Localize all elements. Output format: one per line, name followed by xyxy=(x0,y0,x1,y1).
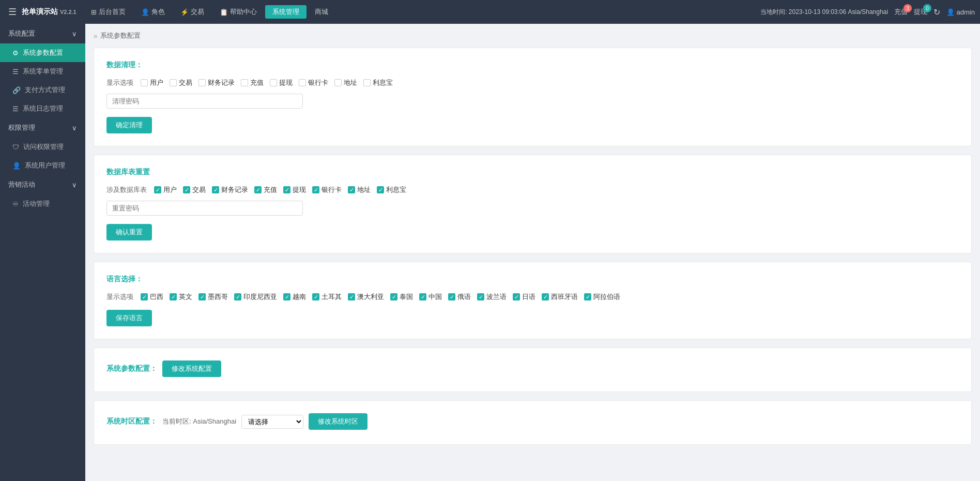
data-clean-password-input[interactable] xyxy=(106,94,303,109)
db-reset-check-address[interactable]: ✓ 地址 xyxy=(348,185,371,194)
data-clean-confirm-btn[interactable]: 确定清理 xyxy=(106,117,152,133)
sidebar-item-access-control[interactable]: 🛡 访问权限管理 xyxy=(0,138,85,156)
data-clean-check-recharge[interactable]: 充值 xyxy=(241,78,264,87)
address-checkbox-empty xyxy=(334,79,342,86)
db-reset-card: 数据库表重置 涉及数据库表 ✓ 用户 ✓ 交易 ✓ 财务记录 ✓ 充值 xyxy=(94,155,972,253)
db-check-label-transaction: 交易 xyxy=(192,185,206,194)
sidebar-item-sys-params[interactable]: ⚙ 系统参数配置 xyxy=(0,43,85,62)
lang-check-thailand[interactable]: ✓ 泰国 xyxy=(390,292,413,302)
lang-check-arabic[interactable]: ✓ 阿拉伯语 xyxy=(584,292,620,302)
sidebar-item-payment[interactable]: 🔗 支付方式管理 xyxy=(0,81,85,99)
lang-label-arabic: 阿拉伯语 xyxy=(593,292,620,302)
data-clean-check-finance[interactable]: 财务记录 xyxy=(198,78,235,87)
lang-check-china[interactable]: ✓ 中国 xyxy=(419,292,442,302)
russia-checkbox: ✓ xyxy=(448,293,455,300)
db-reset-check-withdraw[interactable]: ✓ 提现 xyxy=(283,185,306,194)
data-clean-title: 数据清理： xyxy=(106,61,959,70)
vietnam-checkbox: ✓ xyxy=(283,293,290,300)
lang-check-brazil[interactable]: ✓ 巴西 xyxy=(141,292,163,302)
nav-role[interactable]: 👤 角色 xyxy=(134,5,172,19)
lang-label-thailand: 泰国 xyxy=(400,292,413,302)
nav-help[interactable]: 📋 帮助中心 xyxy=(212,5,264,19)
user-icon: 👤 xyxy=(12,162,21,170)
transaction-checkbox-checked: ✓ xyxy=(183,186,190,193)
nav-transaction[interactable]: ⚡ 交易 xyxy=(173,5,211,19)
language-checkbox-group: ✓ 巴西 ✓ 英文 ✓ 墨西哥 ✓ 印度尼西亚 ✓ 越南 xyxy=(141,292,620,302)
sidebar-section-marketing[interactable]: 营销活动 ∨ xyxy=(0,175,85,194)
sidebar-section-system-config[interactable]: 系统配置 ∨ xyxy=(0,24,85,43)
db-reset-check-interest[interactable]: ✓ 利息宝 xyxy=(377,185,406,194)
data-clean-check-interest[interactable]: 利息宝 xyxy=(363,78,393,87)
lang-check-turkey[interactable]: ✓ 土耳其 xyxy=(312,292,342,302)
shield-icon: 🛡 xyxy=(12,143,19,151)
sidebar-item-label-sys-users: 系统用户管理 xyxy=(25,161,65,170)
sys-timezone-current: 当前时区: Asia/Shanghai xyxy=(162,417,236,426)
chevron-down-icon: ∨ xyxy=(72,30,77,38)
db-reset-check-recharge[interactable]: ✓ 充值 xyxy=(254,185,277,194)
interest-checkbox-checked: ✓ xyxy=(377,186,384,193)
nav-label-role: 角色 xyxy=(151,7,165,17)
sys-timezone-select[interactable]: 请选择 xyxy=(241,415,303,429)
lang-check-japan[interactable]: ✓ 日语 xyxy=(513,292,535,302)
refresh-icon[interactable]: ↻ xyxy=(933,7,940,17)
db-reset-password-input[interactable] xyxy=(106,201,303,216)
nav-system-mgmt[interactable]: 系统管理 xyxy=(265,5,307,19)
withdraw-checkbox-empty xyxy=(270,79,277,86)
sys-params-config-modify-btn[interactable]: 修改系统配置 xyxy=(162,360,221,377)
sidebar-section-label-system-config: 系统配置 xyxy=(8,29,35,38)
data-clean-check-withdraw[interactable]: 提现 xyxy=(270,78,293,87)
sidebar-item-activity[interactable]: ♾ 活动管理 xyxy=(0,194,85,213)
data-clean-check-bankcard[interactable]: 银行卡 xyxy=(299,78,328,87)
sys-timezone-card: 系统时区配置： 当前时区: Asia/Shanghai 请选择 修改系统时区 xyxy=(94,400,972,445)
db-reset-check-bankcard[interactable]: ✓ 银行卡 xyxy=(312,185,342,194)
brand-version: V2.2.1 xyxy=(60,9,76,15)
recharge-btn[interactable]: 充值 3 xyxy=(894,7,908,17)
data-clean-card: 数据清理： 显示选项 用户 交易 财务记录 充值 xyxy=(94,48,972,146)
brand-title: 抢单演示站 xyxy=(22,7,58,16)
arabic-checkbox: ✓ xyxy=(584,293,591,300)
sys-timezone-modify-btn[interactable]: 修改系统时区 xyxy=(309,413,368,430)
withdraw-btn[interactable]: 提现 0 xyxy=(914,7,927,17)
breadcrumb: » 系统参数配置 xyxy=(94,31,972,40)
list-icon: ☰ xyxy=(12,68,19,76)
gear-icon: ⚙ xyxy=(12,49,19,57)
brand-name: 抢单演示站 V2.2.1 xyxy=(22,7,76,17)
lang-check-mexico[interactable]: ✓ 墨西哥 xyxy=(198,292,228,302)
sidebar-section-permission[interactable]: 权限管理 ∨ xyxy=(0,118,85,138)
sidebar-item-sys-users[interactable]: 👤 系统用户管理 xyxy=(0,156,85,175)
sidebar-item-sys-log[interactable]: ☰ 系统日志管理 xyxy=(0,99,85,118)
lang-check-australia[interactable]: ✓ 澳大利亚 xyxy=(348,292,384,302)
sidebar-item-sys-order[interactable]: ☰ 系统零单管理 xyxy=(0,62,85,81)
lang-check-english[interactable]: ✓ 英文 xyxy=(170,292,192,302)
nav-backend-home[interactable]: ⊞ 后台首页 xyxy=(84,5,133,19)
lang-label-english: 英文 xyxy=(179,292,192,302)
lang-check-poland[interactable]: ✓ 波兰语 xyxy=(477,292,507,302)
db-check-label-finance: 财务记录 xyxy=(221,185,248,194)
db-reset-confirm-btn[interactable]: 确认重置 xyxy=(106,224,152,240)
withdraw-checkbox-checked: ✓ xyxy=(283,186,290,193)
admin-user[interactable]: 👤 admin xyxy=(946,8,975,16)
data-clean-check-address[interactable]: 地址 xyxy=(334,78,357,87)
nav-shop[interactable]: 商城 xyxy=(308,5,335,19)
language-save-btn[interactable]: 保存语言 xyxy=(106,310,152,326)
db-reset-title: 数据库表重置 xyxy=(106,168,959,177)
lang-check-indonesia[interactable]: ✓ 印度尼西亚 xyxy=(234,292,277,302)
lang-check-russia[interactable]: ✓ 俄语 xyxy=(448,292,471,302)
check-label-withdraw: 提现 xyxy=(279,78,293,87)
data-clean-check-transaction[interactable]: 交易 xyxy=(170,78,192,87)
nav-label-shop: 商城 xyxy=(315,7,328,17)
lang-check-vietnam[interactable]: ✓ 越南 xyxy=(283,292,306,302)
sys-params-config-title: 系统参数配置： xyxy=(106,364,157,373)
check-label-user: 用户 xyxy=(150,78,163,87)
db-check-label-interest: 利息宝 xyxy=(386,185,406,194)
hamburger-icon[interactable]: ☰ xyxy=(5,6,20,18)
language-actions: 保存语言 xyxy=(106,310,959,326)
data-clean-check-user[interactable]: 用户 xyxy=(141,78,163,87)
lang-check-spain[interactable]: ✓ 西班牙语 xyxy=(542,292,578,302)
db-reset-check-finance[interactable]: ✓ 财务记录 xyxy=(212,185,248,194)
db-reset-check-user[interactable]: ✓ 用户 xyxy=(154,185,177,194)
db-check-label-user: 用户 xyxy=(163,185,177,194)
nav-label-backend-home: 后台首页 xyxy=(99,7,126,17)
db-check-label-bankcard: 银行卡 xyxy=(321,185,342,194)
db-reset-check-transaction[interactable]: ✓ 交易 xyxy=(183,185,206,194)
